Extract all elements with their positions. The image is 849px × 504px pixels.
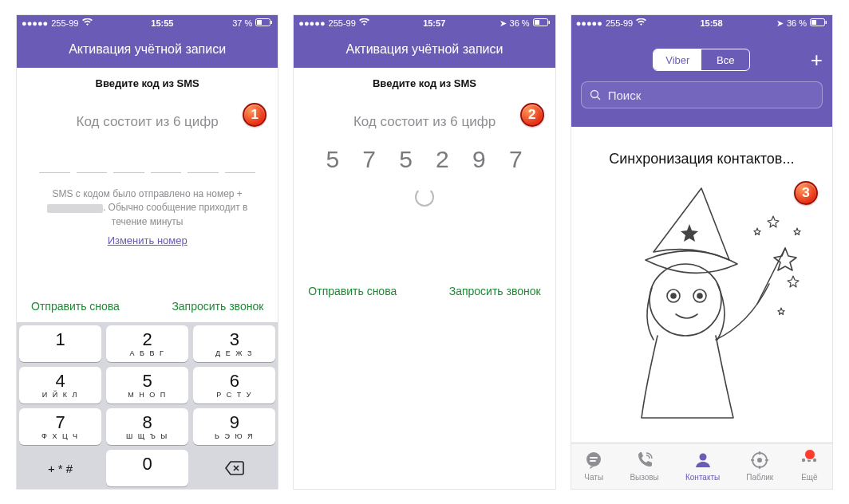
tab-icon	[584, 451, 603, 471]
search-placeholder: Поиск	[608, 89, 642, 102]
signal-icon: ●●●●●	[298, 18, 325, 28]
clock-label: 15:58	[700, 18, 722, 28]
segment-viber[interactable]: Viber	[654, 49, 701, 70]
keypad-key-4[interactable]: 4И Й К Л	[19, 367, 101, 404]
tab-icon	[693, 451, 713, 471]
keypad-key-8[interactable]: 8Ш Щ Ъ Ы	[106, 408, 188, 445]
sms-prompt: Введите код из SMS	[17, 68, 278, 98]
battery-label: 36 %	[510, 18, 530, 28]
location-icon: ➤	[500, 18, 507, 29]
code-digit: 5	[389, 146, 423, 173]
code-digit: 7	[500, 146, 533, 173]
signal-icon: ●●●●●	[576, 18, 602, 28]
svg-point-20	[699, 454, 706, 461]
wifi-icon	[82, 18, 93, 28]
tab-label: Ещё	[801, 473, 817, 482]
svg-point-17	[586, 452, 601, 467]
backspace-icon	[224, 460, 245, 476]
tab-icon	[750, 451, 769, 471]
svg-rect-7	[811, 20, 816, 25]
step-2-badge: 2	[520, 103, 544, 127]
battery-icon	[810, 18, 827, 28]
location-icon: ➤	[776, 18, 784, 29]
tab-label: Вызовы	[630, 473, 658, 482]
carrier-label: 255-99	[606, 18, 633, 28]
keypad-key-3[interactable]: 3Д Е Ж З	[193, 325, 275, 362]
status-bar: ●●●●● 255-99 15:58 ➤ 36 %	[571, 15, 832, 31]
svg-rect-5	[548, 21, 550, 24]
filter-segmented[interactable]: Viber Все	[653, 49, 750, 71]
keypad-key-5[interactable]: 5М Н О П	[106, 367, 188, 404]
code-digit	[77, 146, 108, 173]
request-call-button[interactable]: Запросить звонок	[172, 300, 263, 313]
tab-more[interactable]: Ещё	[800, 451, 819, 482]
tab-public[interactable]: Паблик	[746, 451, 773, 482]
carrier-label: 255-99	[329, 18, 356, 28]
battery-label: 36 %	[787, 18, 807, 28]
screen-2-activation-filled: ●●●●● 255-99 15:57 ➤ 36 % Активация учёт…	[293, 14, 555, 490]
resend-button[interactable]: Отправить снова	[31, 300, 120, 313]
svg-rect-8	[825, 21, 827, 24]
code-input[interactable]: 5 7 5 2 9 7	[316, 146, 532, 173]
battery-icon	[255, 18, 273, 28]
nav-title: Активация учётной записи	[17, 31, 278, 68]
svg-rect-1	[257, 20, 262, 25]
numeric-keypad: 1 2А Б В Г3Д Е Ж З4И Й К Л5М Н О П6Р С Т…	[17, 322, 278, 489]
code-input[interactable]	[39, 146, 255, 173]
keypad-key-2[interactable]: 2А Б В Г	[106, 325, 188, 362]
sms-prompt: Введите код из SMS	[294, 68, 555, 98]
keypad-key-0[interactable]: 0	[106, 450, 188, 486]
bottom-actions: Отправить снова Запросить звонок	[294, 285, 555, 297]
tab-bar: ЧатыВызовыКонтактыПабликЕщё	[571, 443, 832, 489]
code-hint: Код состоит из 6 цифр	[316, 114, 532, 130]
battery-icon	[533, 18, 551, 28]
status-bar: ●●●●● 255-99 15:57 ➤ 36 %	[294, 15, 555, 31]
status-bar: ●●●●● 255-99 15:55 37 %	[17, 15, 278, 31]
svg-point-11	[650, 264, 721, 336]
resend-button[interactable]: Отправить снова	[308, 285, 397, 297]
svg-point-29	[813, 459, 816, 462]
tab-icon	[635, 451, 654, 471]
svg-line-10	[597, 96, 600, 100]
step-3-badge: 3	[794, 181, 818, 205]
segment-all[interactable]: Все	[701, 49, 749, 70]
code-digit: 7	[353, 146, 386, 173]
loading-spinner-icon	[415, 187, 434, 207]
nav-title: Активация учётной записи	[294, 31, 555, 68]
tab-chats[interactable]: Чаты	[584, 451, 603, 482]
change-number-link[interactable]: Изменить номер	[108, 234, 188, 249]
code-digit	[39, 146, 70, 173]
keypad-key-1[interactable]: 1	[19, 325, 101, 362]
keypad-delete[interactable]	[193, 450, 275, 486]
add-contact-button[interactable]: +	[800, 48, 823, 73]
svg-point-27	[802, 459, 805, 462]
bottom-actions: Отправить снова Запросить звонок	[17, 300, 278, 313]
tab-label: Паблик	[746, 473, 773, 482]
svg-rect-4	[535, 20, 539, 25]
screen-3-contacts-sync: ●●●●● 255-99 15:58 ➤ 36 % Viber Все + П	[571, 14, 833, 490]
code-hint: Код состоит из 6 цифр	[39, 114, 255, 130]
search-input[interactable]: Поиск	[581, 81, 823, 108]
code-digit	[151, 146, 182, 173]
svg-point-22	[757, 458, 762, 463]
clock-label: 15:57	[423, 18, 445, 28]
tab-calls[interactable]: Вызовы	[630, 451, 658, 482]
keypad-key-7[interactable]: 7Ф Х Ц Ч	[19, 408, 101, 445]
battery-label: 37 %	[232, 18, 252, 28]
clock-label: 15:55	[151, 18, 173, 28]
keypad-key-9[interactable]: 9Ь Э Ю Я	[193, 408, 275, 445]
keypad-symbols[interactable]: + * #	[19, 450, 101, 486]
svg-point-9	[590, 90, 598, 97]
code-digit: 5	[316, 146, 349, 173]
request-call-button[interactable]: Запросить звонок	[449, 285, 541, 297]
screen-1-activation-empty: ●●●●● 255-99 15:55 37 % Активация учётно…	[16, 14, 278, 490]
code-digit	[188, 146, 219, 173]
wizard-illustration	[598, 180, 805, 419]
keypad-key-6[interactable]: 6Р С Т У	[193, 367, 275, 404]
wifi-icon	[636, 18, 646, 28]
carrier-label: 255-99	[51, 18, 78, 28]
sms-note: SMS с кодом было отправлено на номер +xx…	[39, 187, 255, 249]
code-digit	[113, 146, 144, 173]
svg-rect-2	[271, 21, 273, 24]
tab-contacts[interactable]: Контакты	[685, 451, 720, 482]
